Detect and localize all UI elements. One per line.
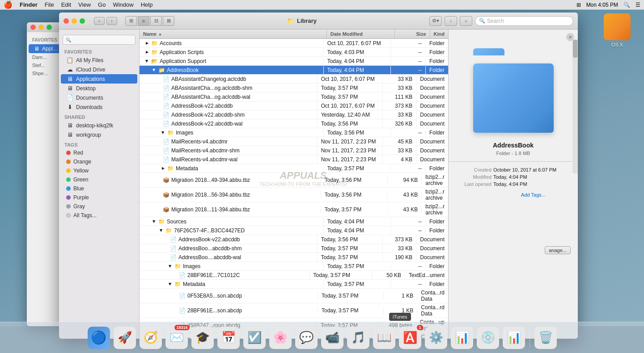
- table-row[interactable]: ▶ 📁 Sources Today, 4:04 PM -- Folder: [140, 217, 448, 226]
- dock-finder[interactable]: 🔵 Finder: [88, 327, 110, 349]
- dock-trash[interactable]: 🗑️ Trash: [534, 327, 557, 349]
- zoom-button[interactable]: [80, 18, 85, 24]
- expand-triangle[interactable]: ▶: [168, 264, 173, 269]
- table-row[interactable]: ▶ 📂 Application Support Today, 4:04 PM -…: [140, 57, 448, 66]
- table-row[interactable]: 📄 0F53E8A5...son.abcdp Today, 3:57 PM 1 …: [140, 289, 448, 303]
- action-button[interactable]: ⚙▾: [429, 16, 442, 26]
- close-dot-behind[interactable]: [30, 25, 36, 30]
- sidebar-item-workgroup[interactable]: 🖥 workgroup: [61, 130, 137, 139]
- name-column-header[interactable]: Name ▲: [140, 29, 327, 38]
- dock-photos[interactable]: 🌸 Photos: [269, 327, 292, 349]
- go-menu[interactable]: Go: [98, 1, 106, 8]
- table-row[interactable]: 📄 28BF961E...7C1012C Today, 3:57 PM 50 K…: [140, 271, 448, 280]
- manage-button[interactable]: anage...: [545, 246, 571, 254]
- search-menubar-icon[interactable]: 🔍: [623, 2, 630, 8]
- sidebar-all-tags[interactable]: All Tags...: [61, 211, 137, 220]
- search-bar[interactable]: 🔍 Search: [475, 16, 573, 26]
- table-row[interactable]: 📦 Migration 2018...49-394.abbu.tbz Today…: [140, 173, 448, 188]
- zoom-dot-behind[interactable]: [47, 25, 52, 30]
- table-row[interactable]: 📦 Migration 2018...11-394.abbu.tbz Today…: [140, 202, 448, 217]
- table-row[interactable]: 📄 ABAssistantCha...og.aclcddb-wal Today,…: [140, 92, 448, 101]
- expand-triangle[interactable]: ▶: [152, 219, 157, 224]
- expand-triangle[interactable]: ▶: [161, 166, 165, 171]
- sidebar-item-icloud-drive[interactable]: ☁ iCloud Drive: [61, 65, 137, 74]
- minimize-dot-behind[interactable]: [38, 25, 44, 30]
- minimize-button[interactable]: [72, 18, 77, 24]
- expand-triangle[interactable]: ▶: [145, 50, 149, 55]
- list-view-button[interactable]: ≡: [138, 16, 149, 26]
- view-menu[interactable]: View: [78, 1, 91, 8]
- expand-triangle[interactable]: ▶: [161, 130, 165, 135]
- table-row[interactable]: ▶ 📁 Metadata Today, 3:57 PM -- Folder: [140, 280, 448, 289]
- finder-menu[interactable]: Finder: [20, 1, 38, 8]
- sidebar-item-desktop-kikq[interactable]: 🖥 desktop-kikq2fk: [61, 121, 137, 130]
- icon-view-button[interactable]: ⊞: [125, 16, 137, 26]
- dock-disk-utility[interactable]: 💿 Disk Utility: [477, 327, 499, 349]
- sidebar-tag-purple[interactable]: Purple: [61, 193, 137, 202]
- table-row[interactable]: 📄 ABAssistantChangelog.aclcddb Oct 10, 2…: [140, 75, 448, 84]
- dock-ibooks[interactable]: 📖 iBooks: [373, 327, 395, 349]
- table-row[interactable]: 📄 MailRecents-v4.abcdmr-shm Nov 11, 2017…: [140, 146, 448, 155]
- size-column-header[interactable]: Size: [395, 29, 430, 38]
- sidebar-tag-orange[interactable]: Orange: [61, 157, 137, 166]
- tag-button[interactable]: ○: [460, 16, 472, 26]
- dock-reminders[interactable]: ☑️ Reminders: [243, 327, 266, 349]
- table-row[interactable]: ▶ 📁 76F26C57-4F...B3CC4427ED Today, 4:04…: [140, 226, 448, 235]
- kind-column-header[interactable]: Kind: [430, 29, 448, 38]
- table-row[interactable]: 📄 AddressBook-v22.abcddb-wal Today, 3:56…: [140, 119, 448, 128]
- edit-menu[interactable]: Edit: [61, 1, 71, 8]
- table-row[interactable]: 📄 AddressBook-v22.abcddb-shm Yesterday, …: [140, 110, 448, 119]
- expand-triangle[interactable]: ▶: [145, 59, 149, 63]
- sidebar-search[interactable]: 🔍: [63, 35, 136, 45]
- expand-triangle[interactable]: ▶: [145, 41, 149, 46]
- dock-itunes[interactable]: 🎵 iTunes: [347, 327, 369, 349]
- table-row[interactable]: ▶ 📁 Accounts Oct 10, 2017, 6:07 PM -- Fo…: [140, 39, 448, 48]
- dock-launchpad[interactable]: 🚀 Launchpad: [114, 327, 136, 349]
- help-menu[interactable]: Help: [141, 1, 153, 8]
- expand-triangle[interactable]: ▶: [152, 68, 157, 72]
- table-row[interactable]: ▶ 📁 Images Today, 3:56 PM -- Folder: [140, 128, 448, 137]
- add-tags-link[interactable]: Add Tags...: [521, 192, 546, 198]
- sidebar-tag-yellow[interactable]: Yellow: [61, 166, 137, 175]
- table-row[interactable]: ▶ 📁 Application Scripts Today, 4:03 PM -…: [140, 48, 448, 57]
- sidebar-item-applications[interactable]: 🖥 Applications: [61, 74, 137, 84]
- sidebar-tag-red[interactable]: Red: [61, 148, 137, 157]
- apple-menu[interactable]: 🍎: [4, 0, 13, 9]
- sidebar-tag-gray[interactable]: Gray: [61, 202, 137, 211]
- controls-icon[interactable]: ☰: [636, 2, 640, 8]
- dock-safari[interactable]: 🧭 Safari: [140, 327, 162, 349]
- file-menu[interactable]: File: [45, 1, 54, 8]
- dock-facetime[interactable]: 📹 FaceTime: [321, 327, 343, 349]
- share-button[interactable]: ↑: [445, 16, 457, 26]
- forward-button[interactable]: ›: [106, 17, 117, 25]
- sidebar-tag-green[interactable]: Green: [61, 175, 137, 184]
- dock-calendar[interactable]: 📅 Calendar: [217, 327, 240, 349]
- cover-flow-button[interactable]: ⊠: [163, 16, 174, 26]
- dock-itunesu[interactable]: 🎓 iTunesU: [191, 327, 214, 349]
- table-row[interactable]: 📄 AddressBoo...abcddb-shm Today, 3:57 PM…: [140, 244, 448, 253]
- date-column-header[interactable]: Date Modified: [327, 29, 395, 38]
- table-row[interactable]: 📄 AddressBook-v22.abcddb Oct 10, 2017, 6…: [140, 101, 448, 110]
- table-row[interactable]: 📦 Migration 2018...56-394.abbu.tbz Today…: [140, 188, 448, 202]
- expand-triangle[interactable]: ▶: [168, 282, 173, 286]
- scrollbar-thumb[interactable]: [573, 40, 577, 58]
- osx-drive[interactable]: OS X: [604, 13, 631, 47]
- dock-appstore[interactable]: 🅰️ 1 App Store: [399, 327, 421, 349]
- table-row[interactable]: 📄 MailRecents-v4.abcdmr-wal Nov 11, 2017…: [140, 155, 448, 164]
- dock-messages[interactable]: 💬 Messages: [295, 327, 318, 349]
- back-button[interactable]: ‹: [94, 17, 105, 25]
- sidebar-item-downloads[interactable]: ⬇ Downloads: [61, 102, 137, 112]
- table-row[interactable]: 📄 MailRecents-v4.abcdmr Nov 11, 2017, 2:…: [140, 137, 448, 146]
- dock-sysprefs[interactable]: ⚙️ System Preferences: [425, 327, 447, 349]
- table-row[interactable]: ▶ 📁 AddressBook Today, 4:04 PM -- Folder: [140, 66, 448, 75]
- dock-numbers[interactable]: 📊 Numbers: [503, 327, 525, 349]
- expand-triangle[interactable]: ▶: [159, 228, 164, 233]
- dock-mail[interactable]: ✉️ 18316 Mail: [165, 327, 188, 349]
- table-row[interactable]: 📄 ABAssistantCha...og.aclcddb-shm Today,…: [140, 84, 448, 92]
- sidebar-item-documents[interactable]: 📄 Documents: [61, 93, 137, 102]
- window-menu[interactable]: Window: [113, 1, 133, 8]
- close-button[interactable]: [64, 18, 69, 24]
- dock-activity-monitor[interactable]: 📊 Activity Monitor: [451, 327, 473, 349]
- column-view-button[interactable]: ⊟: [150, 16, 162, 26]
- table-row[interactable]: 📄 AddressBook-v22.abcddb Today, 3:56 PM …: [140, 235, 448, 244]
